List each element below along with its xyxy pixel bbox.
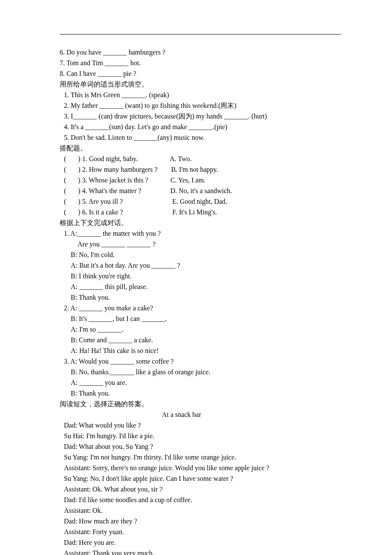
fillform-item: 4. It's a _______(sun) day. Let's go and… xyxy=(60,122,341,132)
reading-heading: At a snack bar xyxy=(60,410,341,420)
dialogue-line: 2. A: _______ you make a cake? xyxy=(60,303,341,313)
fill-blank-item: 8. Can I have _______ pie ? xyxy=(60,69,341,79)
fill-blank-item: 7. Tom and Tim _______ hot. xyxy=(60,58,341,68)
match-item: ( ) 5. Are you ill ? E. Good night, Dad. xyxy=(60,197,341,207)
match-item: ( ) 4. What's the matter ? D. No, it's a… xyxy=(60,186,341,196)
match-item: ( ) 1. Good night, baby. A. Two. xyxy=(60,154,341,164)
dialogue-line: 1. A:_______ the matter with you ? xyxy=(60,228,341,239)
reading-line: Assistant: Thank you very much. xyxy=(60,548,341,555)
reading-line: Dad: Here you are. xyxy=(60,538,341,548)
reading-line: Su Yang: No, I don't like apple juice. C… xyxy=(60,474,341,484)
reading-line: Assistant: Ok. What about you, sir ? xyxy=(60,484,341,494)
fillform-item: 2. My father _______ (want) to go fishin… xyxy=(60,101,341,111)
dialogue-line: A: _______ you are. xyxy=(60,378,341,388)
reading-line: Su Hai: I'm hungry. I'd like a pie. xyxy=(60,431,341,441)
fillform-item: 5. Don't be sad. Listen to _______(any) … xyxy=(60,133,341,143)
dialogue-line: A: But it's a hot day. Are you _______ ? xyxy=(60,260,341,271)
section-title-reading: 阅读短文，选择正确的答案。 xyxy=(60,399,341,409)
fillform-item: 3. I_______ (can) draw pictures, because… xyxy=(60,111,341,121)
reading-line: Dad: I'd like some noodles and a cup of … xyxy=(60,495,341,505)
dialogue-line: B: I think you're right. xyxy=(60,271,341,281)
dialogue-line: A: I'm so _______. xyxy=(60,324,341,335)
dialogue-line: B: Thank you. xyxy=(60,388,341,399)
dialogue-line: A: Ha! Ha! This cake is so nice! xyxy=(60,346,341,356)
reading-line: Dad: What would you like ? xyxy=(60,420,341,431)
worksheet-page: 6. Do you have _______ hamburgers ? 7. T… xyxy=(0,0,392,555)
dialogue-line: B: It's _______, but I can _______. xyxy=(60,314,341,324)
reading-line: Dad: What about you, Su Yang ? xyxy=(60,442,341,452)
match-item: ( ) 3. Whose jacket is this ? C. Yes, I … xyxy=(60,175,341,185)
dialogue-line: B: Come and _______ a cake. xyxy=(60,335,341,345)
match-item: ( ) 2. How many hamburgers ? B. I'm not … xyxy=(60,165,341,175)
section-title-dialogue: 根据上下文完成对话。 xyxy=(60,218,341,228)
dialogue-line: B: No, I'm cold. xyxy=(60,250,341,260)
section-title-match: 搭配题。 xyxy=(60,143,341,153)
fillform-item: 1. This is Mrs Green _______. (speak) xyxy=(60,90,341,100)
dialogue-line: B: Thank you. xyxy=(60,292,341,303)
reading-line: Assistant: Forty yuan. xyxy=(60,527,341,537)
reading-line: Assistant: Sorry, there's no orange juic… xyxy=(60,463,341,473)
reading-line: Su Yang: I'm not hungry. I'm thirsty. I'… xyxy=(60,452,341,462)
reading-line: Dad: How much are they ? xyxy=(60,516,341,526)
dialogue-line: 3. A: Would you _______ some coffee ? xyxy=(60,356,341,367)
match-item: ( ) 6. Is it a cake ? F. It's Li Ming's. xyxy=(60,207,341,217)
fill-blank-item: 6. Do you have _______ hamburgers ? xyxy=(60,47,341,58)
dialogue-line: A: _______ this pill, please. xyxy=(60,282,341,292)
dialogue-line: B: No, thanks._______ like a glass of or… xyxy=(60,367,341,377)
header-rule xyxy=(60,34,341,35)
dialogue-line: Are you _______ _______ ? xyxy=(60,239,341,249)
reading-line: Assistant: Ok. xyxy=(60,506,341,516)
section-title-fillform: 用所给单词的适当形式填空。 xyxy=(60,79,341,90)
